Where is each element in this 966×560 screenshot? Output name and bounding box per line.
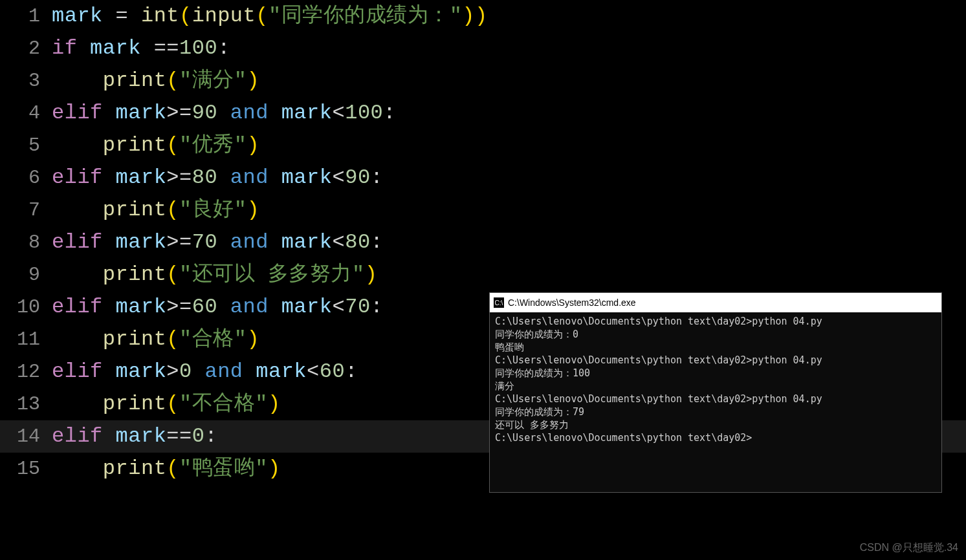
line-number: 9 xyxy=(0,259,52,291)
line-number: 5 xyxy=(0,129,52,162)
code-line[interactable]: 7 print("良好") xyxy=(0,194,966,226)
code-content[interactable]: print("良好") xyxy=(52,194,259,226)
cmd-output[interactable]: C:\Users\lenovo\Documents\python text\da… xyxy=(490,312,941,447)
terminal-line: C:\Users\lenovo\Documents\python text\da… xyxy=(495,393,936,405)
line-number: 1 xyxy=(0,0,52,32)
terminal-line: 还可以 多多努力 xyxy=(495,418,936,431)
watermark: CSDN @只想睡觉.34 xyxy=(860,541,958,555)
code-content[interactable]: elif mark>=60 and mark<70: xyxy=(52,291,383,323)
terminal-line: 同学你的成绩为：0 xyxy=(495,328,936,341)
line-number: 7 xyxy=(0,194,52,226)
code-line[interactable]: 9 print("还可以 多多努力") xyxy=(0,259,966,291)
cmd-icon: C:\ xyxy=(494,297,504,308)
code-line[interactable]: 8elif mark>=70 and mark<80: xyxy=(0,226,966,259)
code-content[interactable]: print("满分") xyxy=(52,65,259,97)
terminal-line: 满分 xyxy=(495,380,936,393)
line-number: 8 xyxy=(0,226,52,259)
code-content[interactable]: elif mark>=90 and mark<100: xyxy=(52,97,396,129)
code-content[interactable]: elif mark==0: xyxy=(52,420,217,453)
code-content[interactable]: print("不合格") xyxy=(52,388,281,420)
code-line[interactable]: 5 print("优秀") xyxy=(0,129,966,162)
code-content[interactable]: print("鸭蛋哟") xyxy=(52,453,281,485)
line-number: 4 xyxy=(0,97,52,129)
code-line[interactable]: 6elif mark>=80 and mark<90: xyxy=(0,162,966,194)
code-content[interactable]: if mark ==100: xyxy=(52,32,230,65)
code-content[interactable]: elif mark>=80 and mark<90: xyxy=(52,162,383,194)
cmd-window[interactable]: C:\ C:\Windows\System32\cmd.exe C:\Users… xyxy=(489,292,942,493)
code-content[interactable]: elif mark>0 and mark<60: xyxy=(52,356,358,388)
terminal-line: C:\Users\lenovo\Documents\python text\da… xyxy=(495,431,936,444)
line-number: 10 xyxy=(0,291,52,323)
cmd-titlebar[interactable]: C:\ C:\Windows\System32\cmd.exe xyxy=(490,293,941,312)
terminal-line: C:\Users\lenovo\Documents\python text\da… xyxy=(495,354,936,367)
code-content[interactable]: print("合格") xyxy=(52,323,259,356)
line-number: 3 xyxy=(0,65,52,97)
code-line[interactable]: 3 print("满分") xyxy=(0,65,966,97)
terminal-line: 鸭蛋哟 xyxy=(495,341,936,354)
code-content[interactable]: print("还可以 多多努力") xyxy=(52,259,377,291)
code-content[interactable]: elif mark>=70 and mark<80: xyxy=(52,226,383,259)
line-number: 14 xyxy=(0,420,52,453)
cmd-title: C:\Windows\System32\cmd.exe xyxy=(508,297,636,308)
terminal-line: 同学你的成绩为：79 xyxy=(495,405,936,418)
code-content[interactable]: mark = int(input("同学你的成绩为：")) xyxy=(52,0,488,32)
code-line[interactable]: 4elif mark>=90 and mark<100: xyxy=(0,97,966,129)
code-content[interactable]: print("优秀") xyxy=(52,129,259,162)
line-number: 12 xyxy=(0,356,52,388)
code-line[interactable]: 1mark = int(input("同学你的成绩为：")) xyxy=(0,0,966,32)
terminal-line: 同学你的成绩为：100 xyxy=(495,367,936,380)
code-line[interactable]: 2if mark ==100: xyxy=(0,32,966,65)
line-number: 13 xyxy=(0,388,52,420)
terminal-line: C:\Users\lenovo\Documents\python text\da… xyxy=(495,315,936,328)
line-number: 15 xyxy=(0,453,52,485)
line-number: 2 xyxy=(0,32,52,65)
line-number: 6 xyxy=(0,162,52,194)
line-number: 11 xyxy=(0,323,52,356)
